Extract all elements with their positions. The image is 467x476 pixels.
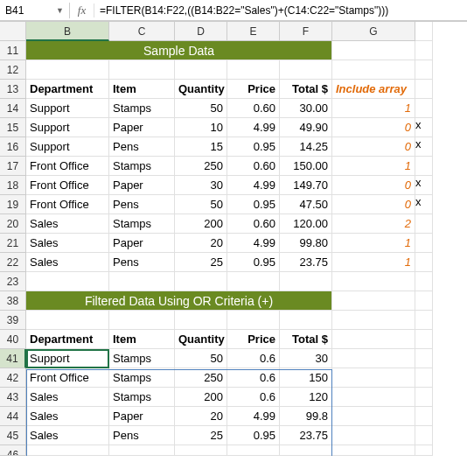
row-header-42[interactable]: 42 [0, 368, 26, 388]
cell[interactable] [332, 445, 415, 456]
cell[interactable] [26, 311, 109, 330]
cell[interactable]: Paper [109, 234, 175, 253]
cell[interactable]: 50 [175, 349, 227, 368]
row-header-44[interactable]: 44 [0, 407, 26, 426]
select-all-corner[interactable] [0, 22, 26, 41]
cell[interactable] [109, 445, 175, 456]
cell[interactable]: Support [26, 99, 109, 118]
cell[interactable] [175, 60, 227, 80]
cell[interactable] [280, 60, 332, 80]
cell[interactable] [26, 272, 109, 291]
cell[interactable]: 99.80 [280, 234, 332, 253]
cell[interactable] [332, 272, 415, 291]
cell[interactable]: 25 [175, 426, 227, 445]
row-header-46[interactable]: 46 [0, 445, 26, 456]
row-header-12[interactable]: 12 [0, 60, 26, 80]
cell[interactable]: 0 [332, 176, 415, 195]
col-header-G[interactable]: G [332, 22, 415, 41]
cell[interactable]: 20 [175, 234, 227, 253]
cell[interactable]: Stamps [109, 388, 175, 407]
cell[interactable]: Front Office [26, 157, 109, 176]
cell[interactable]: 1 [332, 234, 415, 253]
formula-bar[interactable]: =FILTER(B14:F22,((B14:B22="Sales")+(C14:… [94, 3, 467, 18]
cell[interactable] [332, 311, 415, 330]
col-header-F[interactable]: F [280, 22, 332, 41]
cell[interactable]: 2 [332, 214, 415, 234]
cell[interactable]: Sales [26, 253, 109, 272]
header-price[interactable]: Price [227, 330, 280, 349]
cell[interactable]: 1 [332, 99, 415, 118]
cell[interactable]: 0 [332, 195, 415, 214]
cell[interactable]: Stamps [109, 157, 175, 176]
cell[interactable] [227, 311, 280, 330]
row-header-14[interactable]: 14 [0, 99, 26, 118]
chevron-down-icon[interactable]: ▼ [56, 6, 64, 15]
cell[interactable] [332, 426, 415, 445]
cell[interactable]: Sales [26, 388, 109, 407]
name-box[interactable]: B41 ▼ [0, 3, 70, 18]
row-header-15[interactable]: 15 [0, 118, 26, 137]
cell[interactable]: 0.95 [227, 195, 280, 214]
cell[interactable]: 4.99 [227, 176, 280, 195]
cell[interactable] [280, 311, 332, 330]
col-header-E[interactable]: E [227, 22, 280, 41]
row-header-23[interactable]: 23 [0, 272, 26, 291]
cell[interactable]: Pens [109, 426, 175, 445]
cell[interactable]: 14.25 [280, 137, 332, 157]
cell[interactable]: 149.70 [280, 176, 332, 195]
cell[interactable] [175, 311, 227, 330]
cell[interactable] [227, 272, 280, 291]
cell[interactable]: Stamps [109, 214, 175, 234]
row-header-17[interactable]: 17 [0, 157, 26, 176]
cell[interactable] [26, 60, 109, 80]
cell[interactable] [332, 368, 415, 388]
header-qty[interactable]: Quantity [175, 330, 227, 349]
cell[interactable]: 49.90 [280, 118, 332, 137]
header-dept[interactable]: Department [26, 330, 109, 349]
cell[interactable]: Front Office [26, 176, 109, 195]
cell[interactable]: 47.50 [280, 195, 332, 214]
cell[interactable]: 0 [332, 137, 415, 157]
cell[interactable]: Support [26, 137, 109, 157]
cell[interactable]: 120.00 [280, 214, 332, 234]
cell[interactable] [109, 272, 175, 291]
cell[interactable] [227, 445, 280, 456]
cell[interactable]: 0.6 [227, 368, 280, 388]
cell[interactable]: 200 [175, 388, 227, 407]
cell[interactable]: Support [26, 118, 109, 137]
cell[interactable] [280, 272, 332, 291]
row-header-40[interactable]: 40 [0, 330, 26, 349]
cell[interactable]: Pens [109, 195, 175, 214]
cell[interactable] [280, 445, 332, 456]
row-header-38[interactable]: 38 [0, 291, 26, 311]
cell[interactable]: 0.6 [227, 349, 280, 368]
fx-icon[interactable]: fx [70, 4, 94, 18]
row-header-13[interactable]: 13 [0, 80, 26, 99]
cell[interactable]: 99.8 [280, 407, 332, 426]
header-item[interactable]: Item [109, 80, 175, 99]
row-header-19[interactable]: 19 [0, 195, 26, 214]
cell[interactable]: Pens [109, 137, 175, 157]
cell[interactable] [227, 60, 280, 80]
cell[interactable] [332, 291, 415, 311]
cell[interactable]: Pens [109, 253, 175, 272]
cell[interactable]: 30 [280, 349, 332, 368]
cell[interactable]: 250 [175, 157, 227, 176]
cell[interactable] [332, 349, 415, 368]
cell[interactable]: 10 [175, 118, 227, 137]
cell[interactable]: 25 [175, 253, 227, 272]
col-header-B[interactable]: B [26, 22, 109, 41]
row-header-43[interactable]: 43 [0, 388, 26, 407]
cell[interactable]: 23.75 [280, 253, 332, 272]
cell[interactable]: Sales [26, 426, 109, 445]
cell[interactable]: 250 [175, 368, 227, 388]
cell[interactable]: Paper [109, 176, 175, 195]
cell[interactable]: 0.95 [227, 426, 280, 445]
cell[interactable]: 23.75 [280, 426, 332, 445]
cell[interactable]: 0.6 [227, 388, 280, 407]
row-header-11[interactable]: 11 [0, 41, 26, 60]
cell[interactable]: 50 [175, 195, 227, 214]
cell[interactable]: Sales [26, 214, 109, 234]
header-total[interactable]: Total $ [280, 80, 332, 99]
cell[interactable]: 150.00 [280, 157, 332, 176]
